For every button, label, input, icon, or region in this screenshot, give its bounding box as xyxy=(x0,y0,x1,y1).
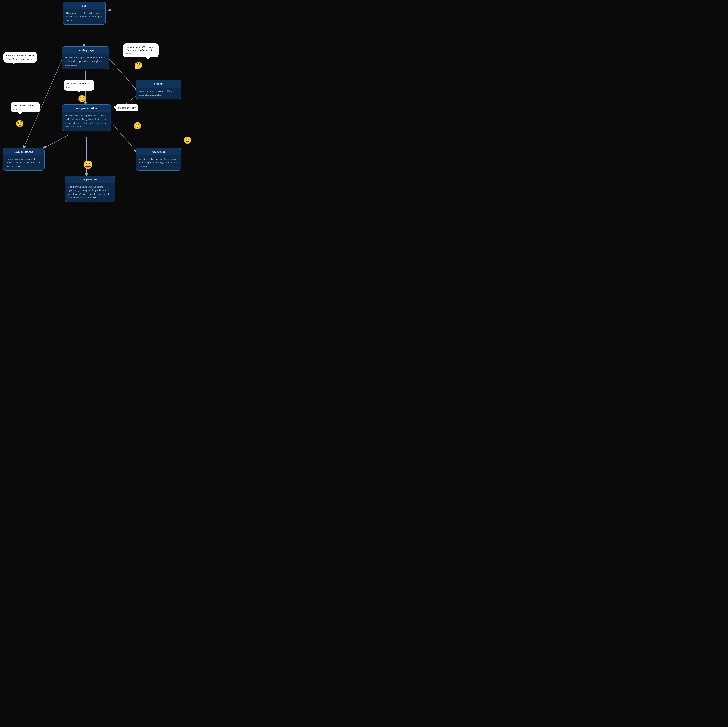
emoji-skeptical: 🤨 xyxy=(15,120,24,127)
retargeting-box: retargeting We will regularly remind thi… xyxy=(136,148,182,171)
support-title: support xyxy=(136,81,181,87)
landing-box: landing page The user gets acquainted wi… xyxy=(62,46,109,69)
bubble-ok-lets: Ok, let's try it out! xyxy=(115,104,138,111)
emoji-happy-center: 😊 xyxy=(78,95,86,102)
lack-box: lack of interest The user is not interes… xyxy=(3,148,44,171)
retargeting-title: retargeting xyxy=(136,148,181,155)
ads-box: ads The user accesses the service from a… xyxy=(63,2,106,25)
test-body: The user makes a test presentation in tw… xyxy=(62,112,111,131)
ads-body: The user accesses the service from a mai… xyxy=(63,9,106,24)
emoji-thinking: 🤔 xyxy=(135,62,143,69)
bubble-interesting: It's interesting! How to try? xyxy=(64,80,95,90)
emoji-happy-right: 😊 xyxy=(133,122,142,129)
ads-title: ads xyxy=(63,2,106,9)
registration-box: registration The user will take a tour a… xyxy=(65,176,115,202)
registration-body: The user will take a tour and get the op… xyxy=(66,183,115,202)
support-body: We explain the process and offer to make… xyxy=(136,87,181,99)
lack-body: The user is not interested in the produc… xyxy=(3,155,44,170)
registration-title: registration xyxy=(66,176,115,183)
retargeting-body: We will regularly remind this audience a… xyxy=(136,155,181,170)
bubble-dont-understand: I don't understand the essence of the se… xyxy=(123,43,159,57)
landing-title: landing page xyxy=(62,47,109,54)
bubble-not-problem: It is not a problem for me, or it has al… xyxy=(3,52,37,63)
svg-line-5 xyxy=(44,135,69,148)
test-title: test presentation xyxy=(62,105,111,112)
emoji-neutral-far: 😑 xyxy=(184,137,192,144)
support-box: support We explain the process and offer… xyxy=(136,80,182,99)
bubble-not-interested: Not interested at this price! xyxy=(11,102,40,112)
lack-title: lack of interest xyxy=(3,148,44,155)
svg-line-6 xyxy=(110,122,136,152)
emoji-big-happy: 😄 xyxy=(83,161,93,169)
landing-body: The user gets acquainted with the produc… xyxy=(62,54,109,69)
svg-line-2 xyxy=(109,58,136,90)
diagram: ads The user accesses the service from a… xyxy=(0,0,206,210)
test-box: test presentation The user makes a test … xyxy=(62,104,111,131)
